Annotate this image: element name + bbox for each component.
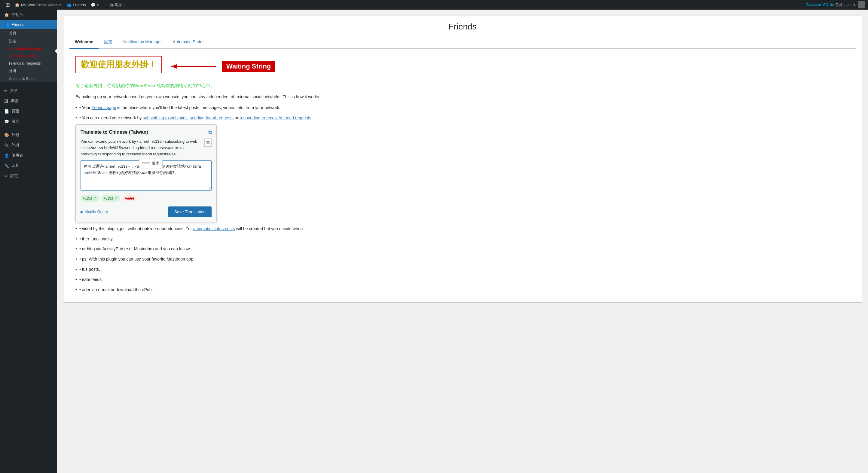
friend-request-link[interactable]: sending friend requests bbox=[190, 116, 234, 120]
admin-menu: 🏠 控制台 👥 Friends 首頁 設定 Notif bbox=[0, 10, 57, 181]
tools-link[interactable]: 🔧 工具 bbox=[0, 160, 57, 171]
appearance-link[interactable]: 🎨 外觀 bbox=[0, 130, 57, 140]
sidebar-item-friends[interactable]: 👥 Friends 首頁 設定 Notification Manager Add… bbox=[0, 20, 57, 82]
nav-tabs: Welcome 設定 Notification Manager Automati… bbox=[69, 36, 856, 49]
bullet-3-text: • vided by this plugin, just without out… bbox=[79, 225, 303, 232]
sidebar-item-tools[interactable]: 🔧 工具 bbox=[0, 160, 57, 171]
tab-settings[interactable]: 設定 bbox=[99, 36, 118, 49]
plugin-name-link[interactable]: 👥 Friends bbox=[64, 3, 88, 7]
bullet-item-1: • Your Friends page is the place where y… bbox=[75, 104, 850, 112]
page-title: Friends bbox=[69, 22, 856, 32]
copy-button[interactable]: ⧉ bbox=[205, 138, 212, 147]
submenu-notification-manager[interactable]: Notification Manager bbox=[0, 45, 57, 53]
site-name: My WordPress Website bbox=[21, 3, 62, 7]
sidebar-item-pages[interactable]: 📄 頁面 bbox=[0, 106, 57, 116]
new-item-link[interactable]: ＋ 新增項目 bbox=[101, 2, 127, 7]
bullet-item-6: • ps! With this plugin you can use your … bbox=[75, 256, 850, 263]
bullet-item-4: • ther functionality. bbox=[75, 235, 850, 243]
plugins-menu-label: 外掛 bbox=[11, 143, 19, 148]
source-text: You can extend your network by <a href=%… bbox=[81, 138, 212, 157]
friends-page-link[interactable]: Friends page bbox=[92, 105, 116, 110]
sidebar-item-posts[interactable]: ✏ 文章 bbox=[0, 86, 57, 96]
auto-status-link[interactable]: automatic status posts bbox=[193, 226, 235, 231]
main-content: Friends Welcome 設定 Notification Manager … bbox=[57, 10, 868, 473]
submenu-friends-requests[interactable]: Friends & Requests bbox=[0, 60, 57, 67]
pages-icon: 📄 bbox=[4, 109, 9, 114]
submenu-automatic-status[interactable]: Automatic Status bbox=[0, 75, 57, 82]
welcome-heading-wrapper: 歡迎使用朋友外掛！ bbox=[75, 56, 162, 78]
tag-pill-2[interactable]: %1$s ✓ bbox=[101, 195, 120, 202]
bullet-item-9: • ader via e-mail or download the ePub. bbox=[75, 286, 850, 293]
plugins-menu-link[interactable]: 🔌 外掛 bbox=[0, 140, 57, 150]
dashboard-link[interactable]: 🏠 控制台 bbox=[0, 10, 57, 20]
description-paragraph1: By building up your network based on you… bbox=[75, 93, 850, 101]
tooltip-word: 要求 bbox=[152, 160, 159, 166]
posts-icon: ✏ bbox=[4, 89, 7, 93]
posts-link[interactable]: ✏ 文章 bbox=[0, 86, 57, 96]
wp-logo-link[interactable]: ⊞ bbox=[3, 1, 12, 8]
users-link[interactable]: 👤 使用者 bbox=[0, 150, 57, 160]
heading-row: 歡迎使用朋友外掛！ Waiting String bbox=[75, 56, 850, 78]
tag-pill-3[interactable]: %2$s bbox=[123, 195, 136, 201]
pages-link[interactable]: 📄 頁面 bbox=[0, 106, 57, 116]
bullet-item-3: • vided by this plugin, just without out… bbox=[75, 225, 850, 232]
bullet-2-text: • You can extend your network by subscri… bbox=[79, 115, 311, 122]
sidebar-item-settings[interactable]: ⚙ 設定 bbox=[0, 171, 57, 181]
sidebar-item-plugins[interactable]: 🔌 外掛 bbox=[0, 140, 57, 150]
menu-separator-1 bbox=[0, 84, 57, 84]
submenu-settings[interactable]: 設定 bbox=[0, 37, 57, 45]
submenu-settings-link[interactable]: 設定 bbox=[0, 37, 57, 45]
save-translation-button[interactable]: Save Translation bbox=[168, 207, 212, 217]
friends-link[interactable]: 👥 Friends bbox=[0, 20, 57, 29]
bullet-item-8: • eate feeds. bbox=[75, 276, 850, 283]
comments-link[interactable]: 💬 0 bbox=[88, 3, 101, 7]
friends-label: Friends bbox=[11, 22, 24, 27]
tab-welcome[interactable]: Welcome bbox=[69, 36, 99, 49]
sidebar-item-appearance[interactable]: 🎨 外觀 bbox=[0, 130, 57, 140]
tools-label: 工具 bbox=[11, 163, 19, 168]
tab-notification-manager[interactable]: Notification Manager bbox=[118, 36, 167, 49]
plugins-menu-icon: 🔌 bbox=[4, 143, 9, 148]
avatar bbox=[858, 1, 865, 8]
sidebar-item-comments[interactable]: 💬 留言 bbox=[0, 116, 57, 127]
bullet-4-text: • ther functionality. bbox=[79, 235, 114, 243]
subscribe-link[interactable]: subscribing to web sites bbox=[143, 116, 188, 120]
sidebar-item-users[interactable]: 👤 使用者 bbox=[0, 150, 57, 160]
posts-label: 文章 bbox=[10, 88, 18, 93]
submenu-plugins[interactable]: 外掛 bbox=[0, 67, 57, 75]
submenu-home[interactable]: 首頁 bbox=[0, 29, 57, 37]
comments-menu-link[interactable]: 💬 留言 bbox=[0, 116, 57, 127]
media-link[interactable]: 🖼 媒體 bbox=[0, 96, 57, 106]
comment-count: 0 bbox=[97, 3, 99, 7]
media-icon: 🖼 bbox=[4, 99, 8, 103]
friends-menu-icon: 👥 bbox=[4, 22, 9, 27]
settings-link[interactable]: ⚙ 設定 bbox=[0, 171, 57, 181]
submenu-notification-manager-link[interactable]: Notification Manager bbox=[0, 45, 57, 53]
submenu-add-new-friend[interactable]: Add New Friend bbox=[0, 53, 57, 60]
tooltip-noun: noun bbox=[142, 160, 150, 166]
menu-separator-2 bbox=[0, 128, 57, 128]
modal-title: Translate to Chinese (Taiwan) bbox=[81, 129, 148, 135]
submenu-friends-requests-link[interactable]: Friends & Requests bbox=[0, 60, 57, 67]
modify-query-link[interactable]: ▶ Modify Query bbox=[81, 210, 108, 214]
translate-modal: Translate to Chinese (Taiwan) ⧉ You can … bbox=[75, 124, 217, 222]
submenu-home-link[interactable]: 首頁 bbox=[0, 29, 57, 37]
respond-link[interactable]: responding to received friend requests bbox=[240, 116, 311, 120]
sidebar-item-dashboard[interactable]: 🏠 控制台 bbox=[0, 10, 57, 20]
site-name-link[interactable]: 🏠 My WordPress Website bbox=[12, 3, 64, 7]
tag-pill-1[interactable]: %1$s ✓ bbox=[81, 195, 99, 202]
new-item-label: 新增項目 bbox=[110, 2, 125, 7]
plugin-name: Friends bbox=[73, 3, 86, 7]
comments-menu-icon: 💬 bbox=[4, 119, 9, 124]
tab-automatic-status[interactable]: Automatic Status bbox=[167, 36, 210, 49]
source-text-content: You can extend your network by <a href=%… bbox=[81, 139, 197, 156]
friends-icon: 👥 bbox=[66, 3, 71, 7]
users-icon: 👤 bbox=[4, 153, 9, 158]
submenu-automatic-status-link[interactable]: Automatic Status bbox=[0, 75, 57, 82]
submenu-add-new-friend-link[interactable]: Add New Friend bbox=[0, 53, 57, 60]
submenu-plugins-link[interactable]: 外掛 bbox=[0, 67, 57, 75]
admin-bar: ⊞ 🏠 My WordPress Website 👥 Friends 💬 0 ＋… bbox=[0, 0, 868, 10]
sidebar-item-media[interactable]: 🖼 媒體 bbox=[0, 96, 57, 106]
welcome-heading: 歡迎使用朋友外掛！ bbox=[75, 56, 162, 73]
external-link-icon[interactable]: ⧉ bbox=[208, 129, 212, 135]
